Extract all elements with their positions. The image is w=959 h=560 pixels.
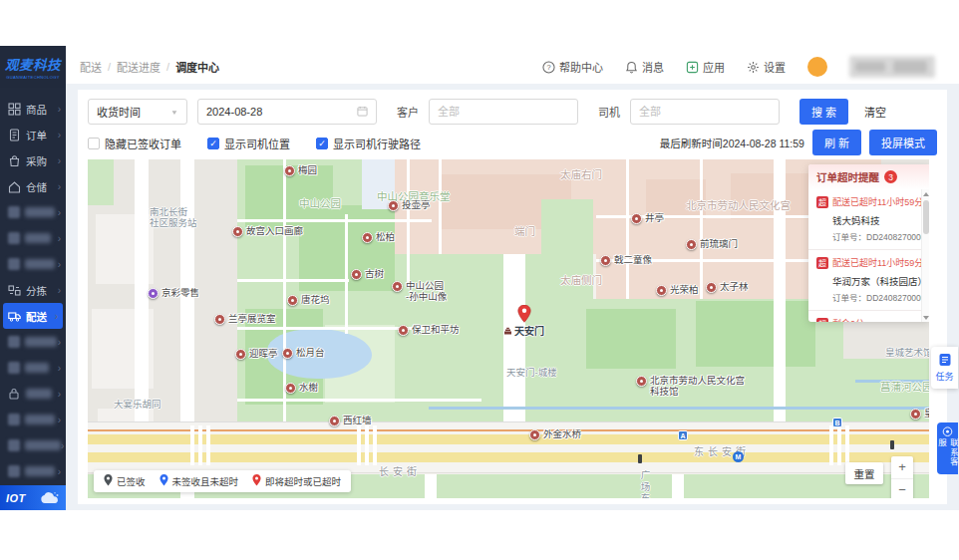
sidebar-item-blurred[interactable]: ›	[0, 329, 66, 355]
legend-item: 已签收	[104, 474, 146, 488]
sidebar-item-blurred[interactable]: ›	[0, 251, 66, 277]
search-button[interactable]: 搜 索	[799, 99, 848, 125]
order-pin-tiananmen[interactable]: 天安门	[503, 305, 544, 338]
sidebar-item-采购[interactable]: 采购›	[0, 147, 66, 173]
blurred-icon	[8, 232, 20, 244]
driver-input[interactable]	[630, 99, 780, 125]
chevron-right-icon: ›	[58, 389, 61, 400]
scroll-up-arrow[interactable]	[922, 189, 929, 198]
map-road-lane	[88, 452, 929, 462]
metro-exit-A: A	[678, 430, 688, 440]
map-poi-marker[interactable]: 投壶亭	[388, 200, 431, 211]
map-poi-marker[interactable]: 中山公园-孙中山像	[392, 281, 447, 303]
order-customer: 华润万家（科技园店）2	[832, 274, 915, 288]
map-poi-marker[interactable]: 兰亭展览室	[214, 314, 276, 325]
settings-button[interactable]: 设置	[747, 59, 786, 75]
checkbox-checked-icon[interactable]: ✓	[316, 138, 328, 149]
sidebar-item-blurred[interactable]: ›	[0, 458, 66, 484]
user-avatar[interactable]	[807, 57, 827, 77]
poi-red-icon	[392, 281, 403, 292]
map[interactable]: 梅园故宫入口画廊京彩零售投壶亭松柏古树中山公园-孙中山像唐花坞兰亭展览室迎晖亭松…	[88, 159, 929, 498]
scrollbar-thumb[interactable]	[923, 200, 929, 234]
clear-button[interactable]: 清空	[864, 104, 886, 120]
map-poi-marker[interactable]: 松月台	[282, 348, 325, 359]
map-poi-marker[interactable]: 外金水桥	[529, 429, 581, 440]
sidebar-item-label: 仓储	[26, 179, 58, 194]
map-poi-marker[interactable]: 前琉璃门	[686, 239, 738, 250]
checkbox-icon[interactable]	[88, 138, 100, 149]
sidebar-item-blurred[interactable]: ›	[0, 432, 66, 458]
checkbox-checked-icon[interactable]: ✓	[207, 138, 219, 149]
contact-support-button[interactable]: 联系客服	[937, 422, 958, 474]
tasks-float-button[interactable]: 任务	[931, 347, 958, 389]
date-picker[interactable]: 2024-08-28	[197, 99, 377, 125]
sidebar-item-blurred[interactable]: ›	[0, 407, 66, 432]
sidebar-item-blurred[interactable]: ›	[0, 199, 66, 225]
customer-input[interactable]	[429, 99, 578, 125]
user-name-blurred[interactable]	[849, 56, 935, 78]
sidebar-item-blurred[interactable]: ›	[0, 355, 66, 381]
poi-label: 井亭	[645, 213, 664, 224]
alert-order-item[interactable]: 超配送已超时11小时59分钱大妈科技订单号：DD24082700005	[808, 189, 921, 250]
sidebar-item-商品[interactable]: 商品›	[0, 96, 66, 122]
map-poi-marker[interactable]: 戟二童像	[600, 255, 652, 266]
breadcrumb-delivery[interactable]: 配送	[80, 59, 102, 75]
gear-icon	[747, 61, 760, 74]
cast-mode-button[interactable]: 投屏模式	[869, 130, 937, 155]
sidebar-item-仓储[interactable]: 仓储›	[0, 173, 66, 199]
refresh-button[interactable]: 刷 新	[812, 130, 861, 155]
poi-label: 保卫和平坊	[412, 325, 460, 336]
blurred-icon	[8, 362, 20, 374]
map-poi-marker[interactable]: 梅园	[284, 165, 317, 176]
blurred-icon	[8, 465, 20, 477]
alert-order-item[interactable]: 超配送已超时11小时59分华润万家（科技园店）2订单号：DD2408270000…	[808, 250, 921, 311]
alert-scrollbar[interactable]	[921, 189, 929, 322]
sidebar-item-配送[interactable]: 配送›	[3, 303, 63, 329]
scroll-down-arrow[interactable]	[922, 313, 929, 322]
map-poi-marker[interactable]: 京彩零售	[148, 288, 199, 299]
chevron-right-icon: ›	[58, 104, 61, 115]
toggles: 隐藏已签收订单✓显示司机位置✓显示司机行驶路径	[88, 136, 421, 151]
map-poi-marker[interactable]: 北京市劳动人民文化宫科技馆	[636, 376, 745, 398]
sidebar-item-分拣[interactable]: 分拣›	[0, 277, 66, 303]
map-poi-marker[interactable]: 光荣柏	[656, 285, 699, 296]
map-poi-marker[interactable]: 唐花坞	[287, 295, 330, 306]
poi-red-icon	[214, 314, 225, 325]
poi-label: 前琉璃门	[700, 239, 738, 250]
zoom-in-button[interactable]: +	[891, 456, 913, 479]
map-poi-marker[interactable]: 迎晖亭	[235, 349, 278, 360]
breadcrumb: 配送 / 配送进度 / 调度中心	[80, 59, 219, 75]
help-center-button[interactable]: ? 帮助中心	[542, 59, 603, 75]
breadcrumb-progress[interactable]: 配送进度	[117, 59, 160, 75]
filter-bar: 收货时间 ▼ 2024-08-28 客户 司机 搜 索 清空	[88, 98, 937, 126]
sidebar-item-订单[interactable]: 订单›	[0, 122, 66, 147]
apps-button[interactable]: 应用	[686, 59, 725, 75]
map-poi-marker[interactable]: 皇城墙	[910, 409, 929, 420]
legend-pin-icon	[252, 474, 261, 488]
map-poi-marker[interactable]: 松柏	[362, 232, 395, 243]
messages-button[interactable]: 消息	[625, 59, 664, 75]
map-poi-marker[interactable]: 太子林	[706, 282, 749, 293]
toggle-显示司机行驶路径[interactable]: ✓显示司机行驶路径	[316, 136, 421, 151]
iot-banner[interactable]: IOT	[0, 485, 66, 510]
map-area-label: 中山公园	[299, 197, 341, 210]
map-poi-marker[interactable]: 西红墙	[329, 416, 372, 426]
sidebar-item-blurred[interactable]: ›	[0, 381, 66, 407]
toggle-隐藏已签收订单[interactable]: 隐藏已签收订单	[88, 136, 181, 151]
toggle-显示司机位置[interactable]: ✓显示司机位置	[207, 136, 290, 151]
alert-order-item[interactable]: 超剩余0分华润万家（科技园店）2	[808, 311, 921, 322]
map-poi-marker[interactable]: 古树	[351, 269, 384, 280]
map-poi-marker[interactable]: 故宫入口画廊	[232, 226, 303, 237]
time-field-select[interactable]: 收货时间 ▼	[88, 99, 187, 125]
map-poi-marker[interactable]: 井亭	[631, 213, 664, 224]
metro-station[interactable]: M	[733, 451, 747, 462]
zoom-out-button[interactable]: −	[891, 479, 913, 499]
sidebar: 商品›订单›采购›仓储››››分拣›配送››››››› IOT	[0, 88, 66, 510]
poi-label: 故宫入口画廊	[246, 226, 303, 237]
blurred-label	[25, 466, 55, 476]
legend-item: 未签收且未超时	[160, 474, 239, 488]
map-reset-button[interactable]: 重置	[845, 462, 883, 484]
sidebar-item-blurred[interactable]: ›	[0, 225, 66, 251]
map-poi-marker[interactable]: 保卫和平坊	[398, 325, 460, 336]
map-poi-marker[interactable]: 水榭	[285, 383, 318, 394]
